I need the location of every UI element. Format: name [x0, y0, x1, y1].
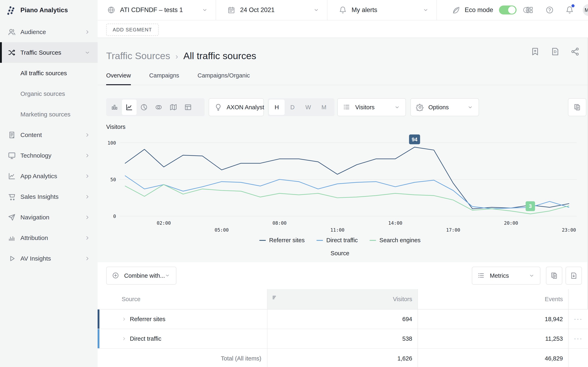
sidebar-item-traffic-sources[interactable]: Traffic Sources	[0, 42, 98, 63]
axon-label: AXON Analyst	[227, 104, 264, 111]
sidebar-item-attribution[interactable]: Attribution	[0, 227, 98, 248]
sidebar-item-label: AV Insights	[20, 255, 51, 262]
notification-dot	[571, 4, 575, 7]
legend-label: Referrer sites	[269, 237, 305, 244]
document-d-icon[interactable]: D	[550, 47, 560, 56]
chevron-down-icon	[394, 105, 400, 110]
cell-source: Referrer sites	[98, 309, 268, 329]
copy-chart-button[interactable]	[568, 98, 586, 116]
navigation-icon	[8, 213, 16, 221]
alerts-selector[interactable]: My alerts	[327, 0, 437, 20]
series-direct-traffic[interactable]	[125, 176, 569, 209]
metric-dropdown[interactable]: Visitors	[337, 98, 406, 116]
chevron-right-icon	[85, 173, 90, 179]
sidebar-item-navigation[interactable]: Navigation	[0, 207, 98, 227]
chevron-right-icon	[85, 235, 90, 241]
export-table-button[interactable]	[566, 267, 582, 285]
plus-circle-icon	[112, 272, 120, 280]
chevron-right-icon	[85, 153, 90, 158]
metrics-dropdown[interactable]: Metrics	[472, 267, 540, 285]
cell-events: 11,253	[418, 329, 569, 348]
breadcrumb: Traffic Sources › All traffic sources	[106, 50, 256, 61]
play-icon	[8, 254, 16, 263]
column-header-events[interactable]: Events	[418, 289, 569, 309]
sidebar-subitem-all-traffic-sources[interactable]: All traffic sources	[0, 63, 98, 83]
content-icon	[8, 131, 16, 139]
chevron-right-icon[interactable]	[122, 336, 127, 341]
series-referrer-sites[interactable]	[125, 147, 569, 209]
pie-chart-button[interactable]	[137, 100, 151, 115]
legend-swatch	[370, 240, 376, 241]
bell-icon	[339, 6, 347, 14]
line-chart-button[interactable]	[122, 100, 137, 115]
brand-row[interactable]: Piano Analytics	[0, 0, 98, 20]
options-dropdown[interactable]: Options	[410, 98, 479, 116]
legend-item-direct-traffic[interactable]: Direct traffic	[316, 237, 358, 244]
sidebar-item-av-insights[interactable]: AV Insights	[0, 248, 98, 269]
total-events-cell: 46,829	[418, 349, 569, 367]
sort-bars-icon[interactable]	[272, 295, 278, 301]
row-menu-icon[interactable]: ···	[574, 335, 583, 342]
venn-button[interactable]	[151, 100, 166, 115]
table-button[interactable]	[181, 100, 195, 115]
tab-campaigns[interactable]: Campaigns	[149, 72, 179, 85]
sidebar-subitem-marketing-sources[interactable]: Marketing sources	[0, 104, 98, 125]
legend-item-referrer-sites[interactable]: Referrer sites	[259, 237, 305, 244]
share-icon[interactable]	[571, 47, 580, 56]
chevron-right-icon[interactable]	[122, 317, 127, 322]
chevron-right-icon	[85, 256, 90, 261]
chart-type-group	[106, 98, 205, 116]
sidebar-item-sales-insights[interactable]: Sales Insights	[0, 186, 98, 207]
legend-item-search-engines[interactable]: Search engines	[370, 237, 421, 244]
monitor-icon	[8, 151, 16, 160]
chevron-right-icon	[85, 215, 90, 220]
segment-bar: ADD SEGMENT	[98, 21, 588, 38]
tab-overview[interactable]: Overview	[106, 72, 131, 85]
cell-visitors: 538	[268, 329, 418, 348]
combine-with-dropdown[interactable]: Combine with...	[106, 267, 176, 285]
axon-analyst-button[interactable]: AXON Analyst	[209, 98, 264, 116]
breadcrumb-section[interactable]: Traffic Sources	[106, 50, 170, 61]
metrics-label: Metrics	[490, 272, 509, 279]
row-menu-icon[interactable]: ···	[574, 315, 583, 323]
calendar-icon	[227, 6, 235, 14]
avatar[interactable]: MC	[583, 4, 588, 16]
granularity-d-button[interactable]: D	[285, 100, 300, 115]
granularity-w-button[interactable]: W	[300, 100, 316, 115]
sidebar-item-technology[interactable]: Technology	[0, 145, 98, 166]
tab-campaigns-organic[interactable]: Campaigns/Organic	[198, 72, 250, 85]
help-icon[interactable]	[545, 6, 554, 14]
add-segment-button[interactable]: ADD SEGMENT	[106, 24, 159, 36]
table-row-direct-traffic[interactable]: Direct traffic53811,253 ···	[98, 329, 588, 349]
apps-grid-icon[interactable]	[526, 6, 534, 14]
x-axis-tick: 17:00	[446, 227, 460, 233]
copy-table-button[interactable]	[546, 267, 562, 285]
map-button[interactable]	[166, 100, 181, 115]
site-selector[interactable]: ATI CDFNDF – tests 1	[98, 0, 216, 20]
globe-icon	[107, 6, 115, 14]
table-toolbar: Combine with... Metrics	[98, 267, 588, 285]
granularity-h-button[interactable]: H	[269, 100, 285, 115]
line-chart[interactable]: 10050002:0005:0008:0011:0014:0017:0020:0…	[102, 131, 578, 237]
sidebar: Piano Analytics AudienceTraffic SourcesA…	[0, 0, 98, 367]
svg-text:D: D	[554, 50, 556, 54]
column-header-visitors[interactable]: Visitors	[268, 289, 418, 309]
table-row-referrer-sites[interactable]: Referrer sites69418,942 ···	[98, 309, 588, 329]
chevron-down-icon	[423, 7, 428, 13]
date-selector[interactable]: 24 Oct 2021	[216, 0, 327, 20]
bookmark-star-icon[interactable]	[530, 47, 540, 56]
bar-chart-button[interactable]	[107, 100, 122, 115]
sidebar-item-app-analytics[interactable]: App Analytics	[0, 166, 98, 186]
granularity-m-button[interactable]: M	[316, 100, 332, 115]
column-header-source[interactable]: Source	[98, 289, 268, 309]
cell-actions: ···	[569, 329, 588, 348]
sidebar-item-label: Navigation	[20, 214, 49, 221]
notifications-bell-icon[interactable]	[566, 6, 574, 14]
cart-icon	[8, 193, 16, 201]
table-header-row: Source VisitorsEvents	[98, 289, 588, 309]
sidebar-item-audience[interactable]: Audience	[0, 22, 98, 42]
sidebar-subitem-label: Organic sources	[20, 90, 65, 97]
x-axis-tick: 20:00	[504, 220, 518, 226]
sidebar-subitem-organic-sources[interactable]: Organic sources	[0, 83, 98, 104]
sidebar-item-content[interactable]: Content	[0, 125, 98, 145]
